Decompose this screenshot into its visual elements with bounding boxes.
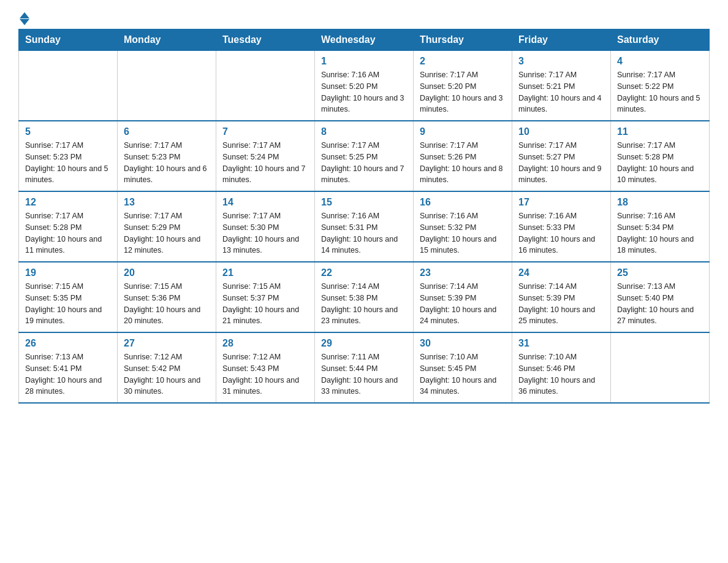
- calendar-cell: 9Sunrise: 7:17 AM Sunset: 5:26 PM Daylig…: [414, 121, 512, 191]
- calendar-cell: 21Sunrise: 7:15 AM Sunset: 5:37 PM Dayli…: [216, 262, 315, 332]
- day-info: Sunrise: 7:15 AM Sunset: 5:36 PM Dayligh…: [124, 281, 210, 327]
- day-number: 17: [518, 197, 604, 208]
- day-number: 30: [420, 338, 506, 349]
- day-info: Sunrise: 7:17 AM Sunset: 5:30 PM Dayligh…: [222, 210, 308, 256]
- weekday-header-saturday: Saturday: [611, 29, 710, 51]
- day-info: Sunrise: 7:12 AM Sunset: 5:42 PM Dayligh…: [124, 351, 210, 397]
- day-number: 14: [222, 197, 308, 208]
- day-info: Sunrise: 7:10 AM Sunset: 5:45 PM Dayligh…: [420, 351, 506, 397]
- weekday-header-wednesday: Wednesday: [315, 29, 414, 51]
- day-info: Sunrise: 7:17 AM Sunset: 5:28 PM Dayligh…: [25, 210, 111, 256]
- calendar-cell: 22Sunrise: 7:14 AM Sunset: 5:38 PM Dayli…: [315, 262, 414, 332]
- day-number: 4: [617, 56, 703, 67]
- day-number: 21: [222, 267, 308, 278]
- calendar-cell: 23Sunrise: 7:14 AM Sunset: 5:39 PM Dayli…: [414, 262, 512, 332]
- calendar-cell: [19, 51, 118, 121]
- day-info: Sunrise: 7:17 AM Sunset: 5:20 PM Dayligh…: [420, 69, 506, 115]
- calendar-cell: 29Sunrise: 7:11 AM Sunset: 5:44 PM Dayli…: [315, 332, 414, 403]
- calendar-cell: 7Sunrise: 7:17 AM Sunset: 5:24 PM Daylig…: [216, 121, 315, 191]
- day-info: Sunrise: 7:16 AM Sunset: 5:20 PM Dayligh…: [321, 69, 407, 115]
- day-number: 10: [518, 126, 604, 137]
- day-info: Sunrise: 7:14 AM Sunset: 5:38 PM Dayligh…: [321, 281, 407, 327]
- calendar-cell: 12Sunrise: 7:17 AM Sunset: 5:28 PM Dayli…: [19, 191, 118, 262]
- calendar-week-row: 1Sunrise: 7:16 AM Sunset: 5:20 PM Daylig…: [19, 51, 710, 121]
- calendar-header: SundayMondayTuesdayWednesdayThursdayFrid…: [19, 29, 710, 51]
- calendar-cell: 27Sunrise: 7:12 AM Sunset: 5:42 PM Dayli…: [118, 332, 216, 403]
- day-info: Sunrise: 7:17 AM Sunset: 5:22 PM Dayligh…: [617, 69, 703, 115]
- day-info: Sunrise: 7:15 AM Sunset: 5:35 PM Dayligh…: [25, 281, 111, 327]
- day-number: 25: [617, 267, 703, 278]
- calendar-cell: 16Sunrise: 7:16 AM Sunset: 5:32 PM Dayli…: [414, 191, 512, 262]
- day-number: 31: [518, 338, 604, 349]
- day-number: 26: [25, 338, 111, 349]
- day-info: Sunrise: 7:17 AM Sunset: 5:27 PM Dayligh…: [518, 140, 604, 186]
- page-header: [18, 12, 710, 23]
- calendar-week-row: 26Sunrise: 7:13 AM Sunset: 5:41 PM Dayli…: [19, 332, 710, 403]
- day-info: Sunrise: 7:12 AM Sunset: 5:43 PM Dayligh…: [222, 351, 308, 397]
- day-info: Sunrise: 7:13 AM Sunset: 5:41 PM Dayligh…: [25, 351, 111, 397]
- calendar-week-row: 12Sunrise: 7:17 AM Sunset: 5:28 PM Dayli…: [19, 191, 710, 262]
- day-number: 24: [518, 267, 604, 278]
- calendar-cell: 28Sunrise: 7:12 AM Sunset: 5:43 PM Dayli…: [216, 332, 315, 403]
- calendar-cell: [611, 332, 710, 403]
- day-number: 5: [25, 126, 111, 137]
- day-info: Sunrise: 7:17 AM Sunset: 5:25 PM Dayligh…: [321, 140, 407, 186]
- day-number: 8: [321, 126, 407, 137]
- weekday-header-friday: Friday: [512, 29, 611, 51]
- calendar-week-row: 19Sunrise: 7:15 AM Sunset: 5:35 PM Dayli…: [19, 262, 710, 332]
- day-info: Sunrise: 7:16 AM Sunset: 5:32 PM Dayligh…: [420, 210, 506, 256]
- calendar-cell: 24Sunrise: 7:14 AM Sunset: 5:39 PM Dayli…: [512, 262, 611, 332]
- day-number: 13: [124, 197, 210, 208]
- day-info: Sunrise: 7:17 AM Sunset: 5:26 PM Dayligh…: [420, 140, 506, 186]
- day-info: Sunrise: 7:10 AM Sunset: 5:46 PM Dayligh…: [518, 351, 604, 397]
- weekday-header-monday: Monday: [118, 29, 216, 51]
- calendar-cell: 10Sunrise: 7:17 AM Sunset: 5:27 PM Dayli…: [512, 121, 611, 191]
- day-number: 18: [617, 197, 703, 208]
- weekday-header-thursday: Thursday: [414, 29, 512, 51]
- day-info: Sunrise: 7:17 AM Sunset: 5:21 PM Dayligh…: [518, 69, 604, 115]
- day-info: Sunrise: 7:15 AM Sunset: 5:37 PM Dayligh…: [222, 281, 308, 327]
- calendar-cell: 15Sunrise: 7:16 AM Sunset: 5:31 PM Dayli…: [315, 191, 414, 262]
- logo: [18, 12, 29, 23]
- day-info: Sunrise: 7:14 AM Sunset: 5:39 PM Dayligh…: [518, 281, 604, 327]
- day-number: 15: [321, 197, 407, 208]
- calendar-cell: 17Sunrise: 7:16 AM Sunset: 5:33 PM Dayli…: [512, 191, 611, 262]
- calendar-cell: 20Sunrise: 7:15 AM Sunset: 5:36 PM Dayli…: [118, 262, 216, 332]
- weekday-header-sunday: Sunday: [19, 29, 118, 51]
- weekday-header-row: SundayMondayTuesdayWednesdayThursdayFrid…: [19, 29, 710, 51]
- calendar-cell: 1Sunrise: 7:16 AM Sunset: 5:20 PM Daylig…: [315, 51, 414, 121]
- calendar-cell: 26Sunrise: 7:13 AM Sunset: 5:41 PM Dayli…: [19, 332, 118, 403]
- day-number: 2: [420, 56, 506, 67]
- weekday-header-tuesday: Tuesday: [216, 29, 315, 51]
- calendar-cell: [118, 51, 216, 121]
- day-number: 27: [124, 338, 210, 349]
- day-number: 19: [25, 267, 111, 278]
- day-number: 11: [617, 126, 703, 137]
- calendar-cell: [216, 51, 315, 121]
- calendar-cell: 25Sunrise: 7:13 AM Sunset: 5:40 PM Dayli…: [611, 262, 710, 332]
- day-info: Sunrise: 7:14 AM Sunset: 5:39 PM Dayligh…: [420, 281, 506, 327]
- day-info: Sunrise: 7:16 AM Sunset: 5:31 PM Dayligh…: [321, 210, 407, 256]
- day-number: 1: [321, 56, 407, 67]
- day-number: 20: [124, 267, 210, 278]
- day-number: 12: [25, 197, 111, 208]
- day-number: 16: [420, 197, 506, 208]
- day-number: 28: [222, 338, 308, 349]
- calendar-cell: 14Sunrise: 7:17 AM Sunset: 5:30 PM Dayli…: [216, 191, 315, 262]
- calendar-cell: 8Sunrise: 7:17 AM Sunset: 5:25 PM Daylig…: [315, 121, 414, 191]
- day-number: 3: [518, 56, 604, 67]
- day-number: 6: [124, 126, 210, 137]
- calendar-body: 1Sunrise: 7:16 AM Sunset: 5:20 PM Daylig…: [19, 51, 710, 404]
- calendar-cell: 31Sunrise: 7:10 AM Sunset: 5:46 PM Dayli…: [512, 332, 611, 403]
- calendar-cell: 19Sunrise: 7:15 AM Sunset: 5:35 PM Dayli…: [19, 262, 118, 332]
- day-info: Sunrise: 7:16 AM Sunset: 5:33 PM Dayligh…: [518, 210, 604, 256]
- logo-triangle-up: [20, 12, 29, 18]
- day-info: Sunrise: 7:11 AM Sunset: 5:44 PM Dayligh…: [321, 351, 407, 397]
- calendar-table: SundayMondayTuesdayWednesdayThursdayFrid…: [18, 29, 710, 404]
- calendar-cell: 13Sunrise: 7:17 AM Sunset: 5:29 PM Dayli…: [118, 191, 216, 262]
- day-number: 9: [420, 126, 506, 137]
- calendar-cell: 6Sunrise: 7:17 AM Sunset: 5:23 PM Daylig…: [118, 121, 216, 191]
- calendar-cell: 30Sunrise: 7:10 AM Sunset: 5:45 PM Dayli…: [414, 332, 512, 403]
- day-info: Sunrise: 7:13 AM Sunset: 5:40 PM Dayligh…: [617, 281, 703, 327]
- calendar-cell: 2Sunrise: 7:17 AM Sunset: 5:20 PM Daylig…: [414, 51, 512, 121]
